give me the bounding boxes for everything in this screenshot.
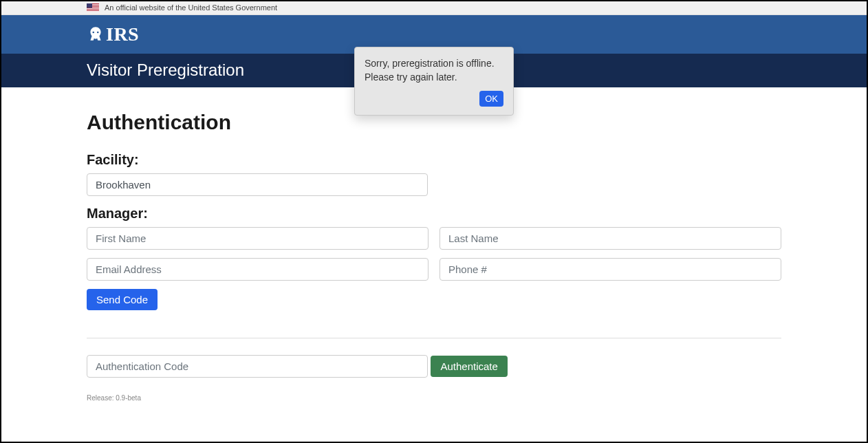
send-code-button[interactable]: Send Code <box>87 289 158 310</box>
release-text: Release: 0.9-beta <box>87 394 781 402</box>
irs-eagle-icon <box>87 25 105 43</box>
manager-label: Manager: <box>87 206 781 222</box>
irs-logo-text: IRS <box>106 23 139 45</box>
irs-logo[interactable]: IRS <box>87 23 139 45</box>
modal-line2: Please try again later. <box>365 72 457 83</box>
modal-ok-button[interactable]: OK <box>479 91 503 107</box>
gov-banner-text: An official website of the United States… <box>105 3 277 12</box>
first-name-input[interactable] <box>87 227 428 250</box>
offline-modal: Sorry, preregistration is offline. Pleas… <box>354 47 514 116</box>
facility-label: Facility: <box>87 152 781 168</box>
gov-banner: An official website of the United States… <box>1 1 867 15</box>
divider <box>87 338 781 338</box>
us-flag-icon <box>87 3 99 12</box>
last-name-input[interactable] <box>440 227 781 250</box>
svg-rect-5 <box>87 10 99 10</box>
modal-message: Sorry, preregistration is offline. Pleas… <box>365 57 503 84</box>
auth-code-input[interactable] <box>87 355 428 378</box>
main-content: Authentication Facility: Manager: Send C… <box>87 87 781 402</box>
email-input[interactable] <box>87 258 428 281</box>
modal-line1: Sorry, preregistration is offline. <box>365 58 495 69</box>
svg-rect-4 <box>87 8 99 9</box>
authenticate-button[interactable]: Authenticate <box>431 356 507 377</box>
svg-rect-7 <box>87 3 92 8</box>
svg-rect-6 <box>87 11 99 12</box>
phone-input[interactable] <box>440 258 781 281</box>
facility-input[interactable] <box>87 173 428 196</box>
